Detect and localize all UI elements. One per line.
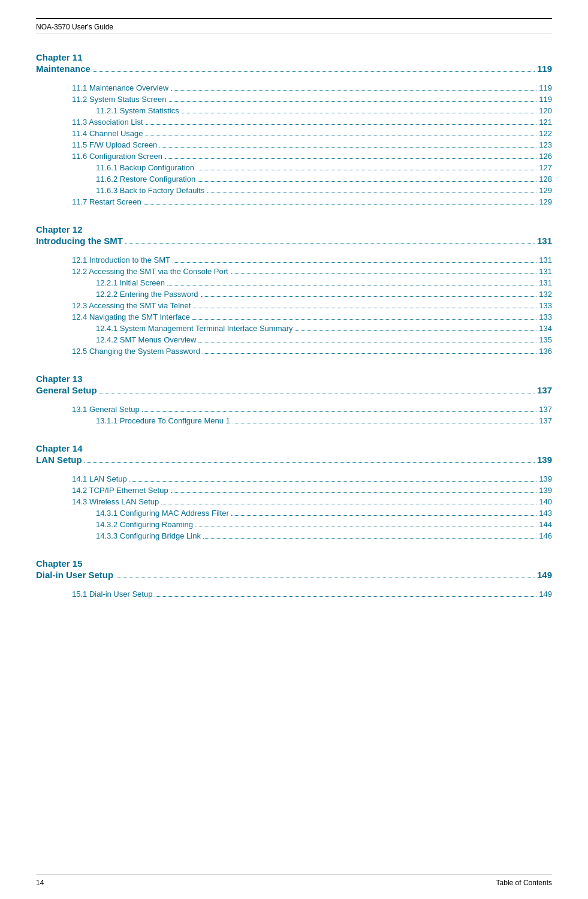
section-dots — [203, 530, 536, 539]
section-row: 11.6.3 Back to Factory Defaults129 — [36, 185, 552, 196]
section-dots — [167, 276, 536, 285]
section-label: 14.3 Wireless LAN Setup — [72, 497, 159, 506]
dots-ch12 — [125, 234, 535, 244]
chapter-sections-ch15: 15.1 Dial-in User Setup149 — [36, 588, 552, 600]
chapter-section-title-ch11: Maintenance119 — [36, 64, 552, 74]
section-label: 11.3 Association List — [72, 118, 143, 127]
chapter-title-ch11: Chapter 11 — [36, 52, 552, 62]
section-row: 11.5 F/W Upload Screen123 — [36, 139, 552, 151]
chapter-title-ch14: Chapter 14 — [36, 443, 552, 453]
section-label: 11.5 F/W Upload Screen — [72, 140, 157, 149]
footer-page-number: 14 — [36, 879, 44, 887]
section-page: 129 — [539, 186, 552, 195]
section-row: 13.1 General Setup137 — [36, 404, 552, 415]
section-page: 120 — [539, 106, 552, 115]
section-row: 11.6.2 Restore Configuration128 — [36, 173, 552, 185]
section-label: 11.6.3 Back to Factory Defaults — [96, 186, 204, 195]
chapter-section-page-ch15: 149 — [537, 570, 552, 580]
section-dots — [295, 322, 537, 331]
section-page: 149 — [539, 590, 552, 599]
chapter-section-title-ch15: Dial-in User Setup149 — [36, 570, 552, 580]
section-page: 128 — [539, 175, 552, 184]
section-row: 14.3.3 Configuring Bridge Link146 — [36, 530, 552, 542]
section-page: 121 — [539, 118, 552, 127]
chapter-section-page-ch13: 137 — [537, 385, 552, 395]
section-page: 139 — [539, 486, 552, 495]
section-page: 129 — [539, 197, 552, 206]
section-dots — [144, 196, 537, 205]
section-page: 126 — [539, 152, 552, 161]
chapter-section-title-ch14: LAN Setup139 — [36, 455, 552, 465]
section-dots — [198, 333, 536, 342]
section-label: 14.3.2 Configuring Roaming — [96, 520, 193, 529]
section-page: 133 — [539, 312, 552, 321]
section-page: 144 — [539, 520, 552, 529]
section-dots — [171, 82, 536, 91]
section-dots — [197, 161, 536, 170]
section-label: 12.4 Navigating the SMT Interface — [72, 312, 190, 321]
chapter-section-page-ch11: 119 — [537, 64, 552, 74]
chapter-sections-ch11: 11.1 Maintenance Overview11911.2 System … — [36, 82, 552, 208]
section-row: 14.3.2 Configuring Roaming144 — [36, 519, 552, 530]
section-dots — [231, 507, 536, 516]
section-dots — [233, 414, 537, 423]
section-label: 11.6.1 Backup Configuration — [96, 163, 194, 172]
footer-title: Table of Contents — [496, 879, 552, 887]
section-row: 11.2 System Status Screen119 — [36, 94, 552, 105]
section-dots — [142, 403, 537, 412]
chapter-section-page-ch14: 139 — [537, 455, 552, 465]
section-page: 131 — [539, 267, 552, 276]
section-dots — [203, 345, 536, 354]
section-row: 12.4.2 SMT Menus Overview135 — [36, 334, 552, 345]
section-label: 12.2 Accessing the SMT via the Console P… — [72, 267, 228, 276]
chapter-section-label-ch11: Maintenance — [36, 64, 91, 74]
section-label: 12.5 Changing the System Password — [72, 347, 200, 356]
section-dots — [169, 93, 537, 102]
section-dots — [195, 518, 536, 527]
section-row: 12.1 Introduction to the SMT131 — [36, 254, 552, 266]
dots-ch11 — [93, 62, 535, 72]
section-label: 12.1 Introduction to the SMT — [72, 255, 170, 264]
header-title: NOA-3570 User's Guide — [36, 23, 113, 31]
section-page: 140 — [539, 497, 552, 506]
section-row: 15.1 Dial-in User Setup149 — [36, 588, 552, 600]
section-dots — [231, 265, 537, 274]
section-label: 11.2 System Status Screen — [72, 95, 167, 104]
chapters-container: Chapter 11Maintenance11911.1 Maintenance… — [36, 52, 552, 600]
section-label: 12.4.1 System Management Terminal Interf… — [96, 324, 293, 333]
section-page: 131 — [539, 278, 552, 287]
section-row: 13.1.1 Procedure To Configure Menu 1137 — [36, 415, 552, 426]
dots-ch14 — [85, 453, 535, 463]
section-page: 133 — [539, 301, 552, 310]
section-row: 12.2 Accessing the SMT via the Console P… — [36, 266, 552, 277]
dots-ch15 — [116, 568, 535, 578]
section-row: 12.4.1 System Management Terminal Interf… — [36, 323, 552, 334]
section-page: 137 — [539, 405, 552, 414]
chapter-section-title-ch12: Introducing the SMT131 — [36, 236, 552, 246]
section-dots — [161, 495, 536, 504]
section-page: 134 — [539, 324, 552, 333]
section-dots — [173, 254, 536, 263]
page-container: NOA-3570 User's Guide Chapter 11Maintena… — [0, 0, 588, 647]
chapter-section-page-ch12: 131 — [537, 236, 552, 246]
section-label: 11.6.2 Restore Configuration — [96, 175, 195, 184]
section-label: 14.3.3 Configuring Bridge Link — [96, 531, 201, 540]
section-dots — [146, 127, 537, 136]
section-row: 11.4 Channel Usage122 — [36, 128, 552, 139]
section-page: 132 — [539, 290, 552, 299]
section-dots — [201, 288, 537, 297]
chapter-section-title-ch13: General Setup137 — [36, 385, 552, 395]
section-label: 14.2 TCP/IP Ethernet Setup — [72, 486, 168, 495]
section-dots — [182, 104, 537, 113]
section-label: 11.6 Configuration Screen — [72, 152, 162, 161]
section-label: 12.3 Accessing the SMT via Telnet — [72, 301, 191, 310]
section-page: 119 — [539, 95, 552, 104]
chapter-title-ch15: Chapter 15 — [36, 558, 552, 569]
dots-ch13 — [99, 383, 535, 393]
section-page: 122 — [539, 129, 552, 138]
section-label: 13.1 General Setup — [72, 405, 140, 414]
section-dots — [193, 299, 536, 308]
section-dots — [171, 484, 537, 493]
chapter-section-label-ch13: General Setup — [36, 385, 97, 395]
chapter-block-ch12: Chapter 12Introducing the SMT13112.1 Int… — [36, 224, 552, 357]
